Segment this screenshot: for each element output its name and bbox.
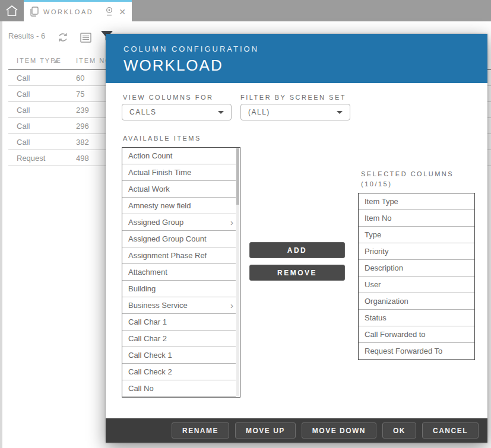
available-item-label: Call No (128, 384, 154, 393)
tab-bar: WORKLOAD ✕ (0, 0, 491, 21)
chevron-down-icon (218, 111, 224, 114)
view-columns-for-value: CALLS (129, 108, 218, 116)
selected-column-label: Description (365, 263, 403, 272)
add-button[interactable]: ADD (249, 242, 345, 258)
footer-button[interactable]: MOVE UP (235, 422, 296, 439)
available-item-label: Action Count (128, 151, 172, 160)
selected-column-item[interactable]: Status (359, 310, 474, 326)
available-item-label: Call Check 2 (128, 367, 172, 376)
available-item-label: Amnesty new field (128, 201, 191, 210)
selected-column-label: User (365, 280, 381, 289)
chevron-down-icon (337, 111, 343, 114)
selected-column-item[interactable]: Call Forwarded to (359, 326, 474, 343)
available-item[interactable]: Call Check 1 › (122, 347, 236, 364)
list-view-button[interactable] (78, 31, 93, 44)
pin-icon[interactable] (104, 7, 114, 17)
available-item[interactable]: Call Char 2 › (122, 331, 236, 347)
results-count: Results - 6 (8, 31, 45, 40)
cell-item-type: Request (17, 154, 45, 163)
selected-column-item[interactable]: Item No (359, 210, 474, 227)
available-items-label: AVAILABLE ITEMS (123, 135, 201, 142)
available-item-label: Call Char 2 (128, 334, 167, 343)
available-item-label: Attachment (128, 268, 167, 277)
available-item-label: Actual Work (128, 185, 170, 193)
selected-column-item[interactable]: User (359, 277, 474, 293)
available-item[interactable]: Action Count › (122, 148, 236, 164)
selected-column-label: Item Type (365, 197, 398, 206)
available-item[interactable]: Assigned Group Count › (122, 231, 236, 247)
chevron-right-icon: › (230, 297, 233, 313)
available-item[interactable]: Call Char 1 › (122, 314, 236, 331)
available-item[interactable]: Assignment Phase Ref › (122, 247, 236, 264)
selected-column-item[interactable]: Item Type (359, 193, 474, 210)
refresh-icon (57, 31, 69, 43)
refresh-button[interactable] (56, 30, 70, 45)
selected-column-item[interactable]: Priority (359, 243, 474, 260)
cell-item-type: Call (17, 90, 30, 99)
selected-column-label: Type (365, 230, 381, 239)
available-item[interactable]: Actual Finish Time › (122, 164, 236, 181)
sort-ascending-icon (53, 59, 59, 63)
filter-by-screen-set-value: (ALL) (248, 108, 337, 116)
dialog-header: COLUMN CONFIGURATION WORKLOAD (106, 34, 487, 83)
filter-by-screen-set-label: FILTER BY SCREEN SET (240, 94, 346, 101)
scrollbar-thumb[interactable] (236, 148, 239, 205)
footer-button[interactable]: CANCEL (422, 422, 479, 439)
selected-column-label: Request Forwarded To (365, 347, 442, 355)
available-item-label: Call Char 1 (128, 317, 167, 326)
cell-item-no: 60 (76, 74, 84, 82)
available-item[interactable]: Call No › (122, 380, 236, 397)
available-item-label: Actual Finish Time (128, 168, 191, 177)
app-window: WORKLOAD ✕ Results - 6 (0, 0, 491, 448)
home-icon (5, 5, 18, 17)
selected-column-item[interactable]: Description (359, 260, 474, 277)
available-item-label: Assigned Group Count (128, 234, 207, 243)
selected-column-item[interactable]: Request Forwarded To (359, 343, 474, 360)
dialog-subtitle: COLUMN CONFIGURATION (123, 45, 487, 53)
list-view-icon (80, 33, 91, 43)
selected-column-label: Item No (365, 214, 392, 223)
available-item[interactable]: Call Check 2 › (122, 364, 236, 380)
column-configuration-dialog: COLUMN CONFIGURATION WORKLOAD VIEW COLUM… (106, 34, 487, 443)
dialog-title: WORKLOAD (123, 56, 487, 75)
cell-item-type: Call (17, 122, 30, 131)
selected-column-item[interactable]: Type (359, 227, 474, 243)
remove-button[interactable]: REMOVE (249, 265, 345, 281)
tab-workload[interactable]: WORKLOAD ✕ (24, 0, 132, 21)
cell-item-no: 498 (76, 154, 89, 163)
home-button[interactable] (0, 0, 24, 21)
selected-column-label: Priority (365, 247, 388, 256)
available-item[interactable]: Attachment › (122, 264, 236, 281)
cell-item-type: Call (17, 74, 30, 82)
view-columns-for-label: VIEW COLUMNS FOR (123, 94, 213, 101)
cell-item-no: 382 (76, 138, 89, 147)
filter-by-screen-set-dropdown[interactable]: (ALL) (240, 104, 350, 120)
selected-column-label: Call Forwarded to (365, 330, 426, 339)
available-item[interactable]: Actual Work › (122, 181, 236, 198)
footer-button[interactable]: RENAME (172, 422, 229, 439)
view-columns-for-dropdown[interactable]: CALLS (122, 104, 232, 120)
available-item[interactable]: Building › (122, 281, 236, 297)
selected-column-item[interactable]: Organization (359, 293, 474, 310)
cell-item-no: 296 (76, 122, 89, 131)
available-item-label: Building (128, 284, 156, 293)
available-item[interactable]: Business Service › (122, 297, 236, 314)
footer-button[interactable]: OK (382, 422, 416, 439)
chevron-right-icon: › (230, 214, 233, 230)
close-tab-icon[interactable]: ✕ (119, 8, 126, 16)
tab-label: WORKLOAD (43, 8, 104, 15)
selected-columns-list: Item Type Item No Type Priority Descript… (358, 193, 475, 360)
available-items-list: Action Count › Actual Finish Time › Actu… (122, 147, 240, 398)
available-item-label: Assigned Group (128, 218, 183, 227)
selected-columns-label: SELECTED COLUMNS (361, 170, 454, 177)
cell-item-no: 75 (76, 90, 84, 99)
available-item[interactable]: Amnesty new field › (122, 198, 236, 214)
available-item[interactable]: Assigned Group › (122, 214, 236, 231)
selected-columns-count: (10/15) (361, 180, 392, 188)
cell-item-no: 239 (76, 106, 89, 115)
available-item-label: Call Check 1 (128, 351, 172, 360)
cell-item-type: Call (17, 106, 30, 115)
available-item-label: Assignment Phase Ref (128, 251, 207, 260)
cell-item-type: Call (17, 138, 30, 147)
footer-button[interactable]: MOVE DOWN (302, 422, 376, 439)
